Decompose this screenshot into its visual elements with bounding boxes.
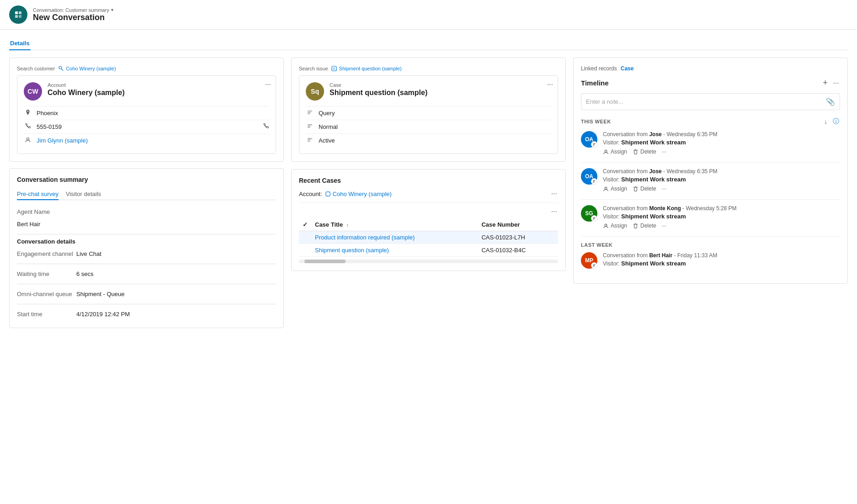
timeline-meta-4: Conversation from Bert Hair - Friday 11:…	[603, 252, 840, 259]
account-avatar: CW	[24, 82, 42, 101]
recent-cases-account-row: Account: Coho Winery (sample) ···	[299, 189, 558, 203]
subtitle-text: Conversation: Customer summary	[33, 7, 109, 13]
case-query-row: Query	[306, 106, 551, 120]
col-case-number[interactable]: Case Number	[478, 218, 558, 231]
assign-button-2[interactable]: Assign	[603, 186, 627, 192]
timeline-title: Timeline	[581, 79, 609, 87]
waiting-time-label: Waiting time	[17, 271, 76, 277]
recent-cases-table-wrap: ✓ Case Title ↕ Case Number	[299, 218, 558, 263]
account-contact-row: Jim Glynn (sample)	[24, 133, 269, 147]
row-check	[299, 231, 311, 244]
entry-more-button-1[interactable]: ···	[662, 149, 666, 155]
sort-desc-icon[interactable]: ↓	[823, 117, 828, 127]
linked-records-label: Linked records	[581, 65, 617, 72]
row-case-number: CAS-01023-L7H	[478, 231, 558, 244]
svg-rect-2	[15, 15, 18, 18]
linked-records-value[interactable]: Case	[621, 65, 634, 72]
account-more-button[interactable]: ···	[265, 80, 271, 89]
info-icon[interactable]: ⓘ	[832, 117, 840, 127]
recent-account-link[interactable]: Coho Winery (sample)	[325, 191, 392, 197]
row-case-title[interactable]: Product information required (sample)	[311, 231, 478, 244]
tab-pre-chat-survey[interactable]: Pre-chat survey	[17, 189, 59, 200]
case-link[interactable]: Shipment question (sample)	[331, 65, 402, 72]
timeline-more-button[interactable]: ···	[832, 78, 840, 88]
case-more-button[interactable]: ···	[547, 80, 553, 89]
search-issue-label: Search issue Shipment question (sample)	[299, 65, 558, 72]
entry-more-button-2[interactable]: ···	[662, 186, 666, 192]
recent-cases-more-button[interactable]: ···	[550, 189, 558, 199]
conv-summary-card: Conversation summary Pre-chat survey Vis…	[9, 168, 284, 328]
agent-name-label: Agent Name	[17, 208, 76, 215]
case-type-label: Case	[330, 82, 427, 88]
timeline-add-button[interactable]: +	[822, 77, 829, 89]
location-icon	[24, 109, 32, 117]
period-icons: ↓ ⓘ	[823, 117, 840, 127]
svg-rect-10	[634, 187, 637, 191]
right-column: Linked records Case Timeline + ··· Enter…	[573, 58, 848, 284]
phone-icon	[24, 123, 32, 131]
case-avatar: Sq	[306, 82, 324, 101]
svg-point-6	[27, 138, 29, 140]
waiting-time-value: 6 secs	[76, 271, 276, 277]
row-case-title[interactable]: Shipment question (sample)	[311, 244, 478, 257]
timeline-avatar-2: OA	[581, 168, 597, 185]
timeline-entry-1: OA Conversation from Jose - Wednesday 6:…	[581, 131, 840, 155]
phone-action-icon[interactable]	[263, 123, 269, 131]
account-entity-header: CW Account Coho Winery (sample)	[24, 82, 269, 101]
conv-summary-title: Conversation summary	[17, 176, 276, 183]
header-text: Conversation: Customer summary ▾ New Con…	[33, 7, 113, 22]
case-status-row: Active	[306, 133, 551, 147]
case-info: Case Shipment question (sample)	[330, 82, 427, 97]
attachment-icon[interactable]: 📎	[826, 97, 835, 106]
svg-rect-1	[19, 11, 21, 14]
delete-button-1[interactable]: Delete	[633, 149, 656, 155]
start-time-value: 4/12/2019 12:42 PM	[76, 311, 276, 318]
tab-details[interactable]: Details	[9, 37, 31, 50]
table-row[interactable]: Product information required (sample) CA…	[299, 231, 558, 244]
avatar-badge-1	[591, 141, 597, 148]
timeline-visitor-2: Visitor: Shipment Work stream	[603, 176, 840, 183]
tab-visitor-details[interactable]: Visitor details	[66, 189, 101, 200]
timeline-entry-3: SG Conversation from Monte Kong - Wednes…	[581, 205, 840, 229]
case-status: Active	[319, 137, 335, 144]
case-priority-icon	[306, 123, 314, 131]
contact-name-link[interactable]: Jim Glynn (sample)	[37, 137, 88, 144]
engagement-channel-row: Engagement channel Live Chat	[17, 248, 276, 260]
scrollbar-thumb[interactable]	[304, 260, 346, 263]
case-query-icon	[306, 109, 314, 117]
timeline-meta-2: Conversation from Jose - Wednesday 6:35 …	[603, 168, 840, 175]
account-city-row: Phoenix	[24, 106, 269, 120]
chevron-down-icon[interactable]: ▾	[111, 7, 113, 12]
linked-records-header: Linked records Case	[581, 65, 840, 72]
engagement-channel-value: Live Chat	[76, 250, 276, 257]
timeline-visitor-3: Visitor: Shipment Work stream	[603, 213, 840, 220]
account-city: Phoenix	[37, 110, 58, 117]
account-entity-card: ··· CW Account Coho Winery (sample)	[17, 75, 276, 154]
assign-button-1[interactable]: Assign	[603, 149, 627, 155]
svg-point-4	[59, 66, 62, 69]
svg-point-9	[605, 187, 607, 189]
timeline-note-input[interactable]: Enter a note... 📎	[581, 93, 840, 110]
timeline-avatar-3: SG	[581, 205, 597, 222]
timeline-actions-3: Assign Delete ···	[603, 223, 840, 229]
row-check	[299, 244, 311, 257]
customer-card: Search customer Coho Winery (sample) ···…	[9, 58, 284, 162]
case-name: Shipment question (sample)	[330, 89, 427, 97]
customer-link[interactable]: Coho Winery (sample)	[58, 65, 116, 72]
svg-rect-12	[634, 224, 637, 228]
delete-button-2[interactable]: Delete	[633, 186, 656, 192]
timeline-entry-2: OA Conversation from Jose - Wednesday 6:…	[581, 168, 840, 192]
agent-name-row: Agent Name	[17, 206, 276, 218]
delete-button-3[interactable]: Delete	[633, 223, 656, 229]
timeline-actions-1: Assign Delete ···	[603, 149, 840, 155]
table-row[interactable]: Shipment question (sample) CAS-01032-B4C	[299, 244, 558, 257]
entry-more-button-3[interactable]: ···	[662, 223, 666, 229]
timeline-meta-3: Conversation from Monte Kong - Wednesday…	[603, 205, 840, 212]
timeline-content-4: Conversation from Bert Hair - Friday 11:…	[603, 252, 840, 269]
conv-summary-tabs: Pre-chat survey Visitor details	[17, 189, 276, 200]
col-case-title[interactable]: Case Title ↕	[311, 218, 478, 231]
start-time-row: Start time 4/12/2019 12:42 PM	[17, 308, 276, 320]
assign-button-3[interactable]: Assign	[603, 223, 627, 229]
case-query: Query	[319, 110, 335, 117]
recent-cases-options-button[interactable]: ···	[550, 207, 558, 217]
